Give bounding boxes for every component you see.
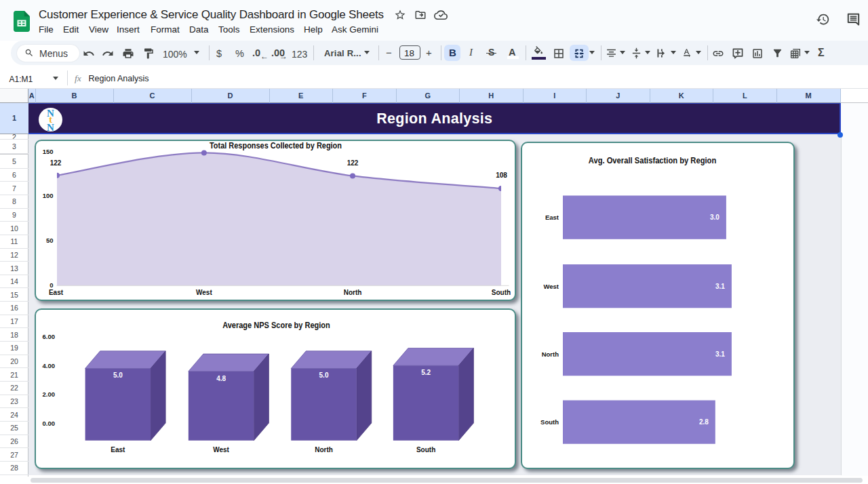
svg-text:East: East	[48, 289, 63, 296]
svg-text:0: 0	[50, 281, 53, 288]
svg-text:50: 50	[45, 236, 53, 243]
svg-text:122: 122	[347, 159, 358, 167]
svg-text:Average NPS Score by Region: Average NPS Score by Region	[222, 320, 330, 330]
svg-text:West: West	[543, 282, 559, 289]
svg-text:108: 108	[496, 172, 507, 179]
svg-text:Avg. Overall Satisfaction by R: Avg. Overall Satisfaction by Region	[589, 155, 717, 165]
svg-text:2.8: 2.8	[699, 418, 709, 426]
svg-text:3.1: 3.1	[715, 350, 725, 357]
svg-text:150: 150	[42, 147, 53, 155]
svg-text:3.1: 3.1	[715, 282, 725, 289]
svg-text:5.2: 5.2	[421, 369, 431, 376]
svg-text:4.00: 4.00	[42, 362, 55, 369]
svg-text:122: 122	[50, 159, 61, 167]
svg-text:South: South	[540, 418, 559, 426]
svg-text:South: South	[416, 446, 435, 453]
svg-text:3.0: 3.0	[710, 214, 719, 221]
svg-text:West: West	[196, 289, 212, 296]
svg-text:North: North	[315, 446, 333, 453]
svg-text:West: West	[213, 446, 229, 453]
svg-text:East: East	[111, 446, 125, 453]
svg-text:North: North	[542, 350, 559, 357]
svg-text:North: North	[343, 289, 361, 296]
svg-text:100: 100	[42, 191, 53, 199]
svg-text:Total Responses Collected by R: Total Responses Collected by Region	[210, 140, 342, 150]
svg-text:2.00: 2.00	[42, 390, 55, 398]
svg-text:6.00: 6.00	[42, 333, 55, 340]
svg-text:South: South	[491, 289, 510, 296]
svg-text:5.0: 5.0	[319, 371, 328, 379]
svg-text:0.00: 0.00	[42, 420, 55, 427]
svg-text:4.8: 4.8	[216, 375, 226, 382]
svg-text:East: East	[545, 214, 559, 221]
svg-text:5.0: 5.0	[113, 371, 122, 379]
